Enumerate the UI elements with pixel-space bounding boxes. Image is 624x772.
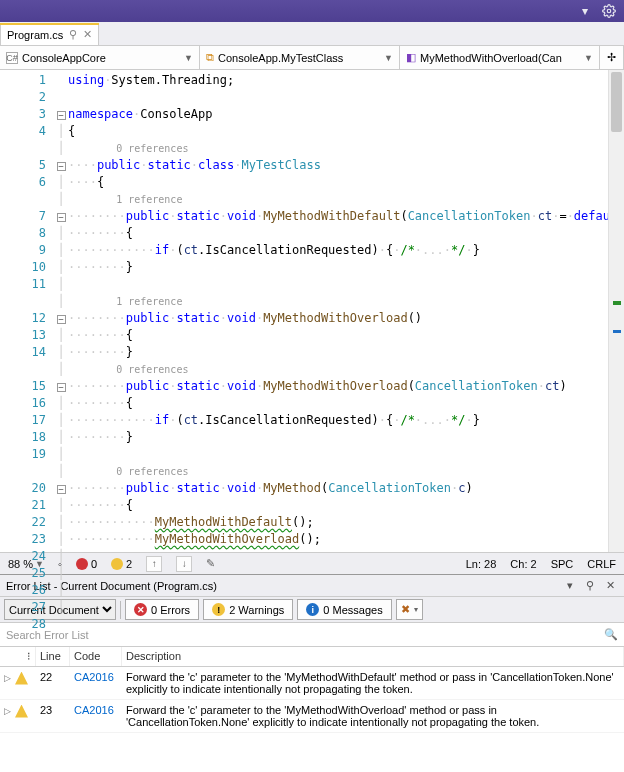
split-view-button[interactable]: ✢: [600, 46, 624, 69]
panel-toolbar: Current Document ✕0 Errors !2 Warnings i…: [0, 597, 624, 623]
analysis-icon[interactable]: ✎: [206, 557, 215, 570]
member-dropdown[interactable]: ◧ MyMethodWithOverload(Can ▼: [400, 46, 600, 69]
tab-title: Program.cs: [7, 29, 63, 41]
col-description[interactable]: Description: [122, 647, 624, 666]
svg-point-0: [607, 9, 611, 13]
close-icon[interactable]: ✕: [83, 28, 92, 41]
line-endings[interactable]: CRLF: [587, 558, 616, 570]
chevron-down-icon: ▼: [584, 53, 593, 63]
document-tabstrip: Program.cs ⚲ ✕: [0, 22, 624, 46]
class-dropdown[interactable]: ⧉ ConsoleApp.MyTestClass ▼: [200, 46, 400, 69]
editor-margin: [0, 70, 18, 552]
panel-titlebar[interactable]: Error List - Current Document (Program.c…: [0, 575, 624, 597]
error-list-panel: Error List - Current Document (Program.c…: [0, 574, 624, 772]
chevron-down-icon[interactable]: ▾: [578, 4, 592, 18]
indentation-mode[interactable]: SPC: [551, 558, 574, 570]
scope-label: ConsoleAppCore: [22, 52, 106, 64]
editor-status-bar: 88 % ▼ ◦ 0 2 ↑ ↓ ✎ Ln: 28 Ch: 2 SPC CRLF: [0, 552, 624, 574]
col-code[interactable]: Code: [70, 647, 122, 666]
error-grid[interactable]: ⁝ Line Code Description ▷22CA2016Forward…: [0, 647, 624, 772]
col-line[interactable]: Line: [36, 647, 70, 666]
warnings-filter-button[interactable]: !2 Warnings: [203, 599, 293, 620]
errors-filter-button[interactable]: ✕0 Errors: [125, 599, 199, 620]
table-row[interactable]: ▷22CA2016Forward the 'c' parameter to th…: [0, 667, 624, 700]
warnings-indicator[interactable]: 2: [111, 558, 132, 570]
folding-gutter[interactable]: −││−││−│││││−│││−│││││−│││││││: [54, 70, 68, 552]
member-label: MyMethodWithOverload(Can: [420, 52, 562, 64]
prev-issue-button[interactable]: ↑: [146, 556, 162, 572]
class-label: ConsoleApp.MyTestClass: [218, 52, 343, 64]
window-position-icon[interactable]: ▾: [562, 578, 578, 594]
window-titlebar: ▾: [0, 0, 624, 22]
next-issue-button[interactable]: ↓: [176, 556, 192, 572]
scope-dropdown[interactable]: C# ConsoleAppCore ▼: [0, 46, 200, 69]
col-severity[interactable]: ⁝: [0, 647, 36, 666]
scroll-marks: [608, 70, 624, 552]
chevron-down-icon: ▼: [384, 53, 393, 63]
chevron-down-icon: ▼: [184, 53, 193, 63]
grid-header[interactable]: ⁝ Line Code Description: [0, 647, 624, 667]
messages-filter-button[interactable]: i0 Messages: [297, 599, 391, 620]
search-box[interactable]: Search Error List 🔍: [0, 623, 624, 647]
tab-program-cs[interactable]: Program.cs ⚲ ✕: [0, 23, 99, 45]
split-icon: ✢: [607, 51, 616, 64]
code-editor[interactable]: 1234567891011121314151617181920212223242…: [0, 70, 624, 552]
character-position[interactable]: Ch: 2: [510, 558, 536, 570]
navigation-bar: C# ConsoleAppCore ▼ ⧉ ConsoleApp.MyTestC…: [0, 46, 624, 70]
table-row[interactable]: ▷23CA2016Forward the 'c' parameter to th…: [0, 700, 624, 733]
close-icon[interactable]: ✕: [602, 578, 618, 594]
build-intellisense-filter[interactable]: ✖▾: [396, 599, 423, 620]
line-position[interactable]: Ln: 28: [466, 558, 497, 570]
method-icon: ◧: [406, 51, 416, 64]
search-icon: 🔍: [604, 628, 618, 641]
vertical-scrollbar[interactable]: [608, 70, 624, 552]
code-content[interactable]: using·System.Threading;namespace·Console…: [68, 70, 608, 552]
gear-icon[interactable]: [602, 4, 616, 18]
errors-indicator[interactable]: 0: [76, 558, 97, 570]
line-number-gutter: 1234567891011121314151617181920212223242…: [18, 70, 54, 552]
pin-icon[interactable]: ⚲: [582, 578, 598, 594]
pin-icon[interactable]: ⚲: [69, 28, 77, 41]
csharp-project-icon: C#: [6, 52, 18, 64]
class-icon: ⧉: [206, 51, 214, 64]
